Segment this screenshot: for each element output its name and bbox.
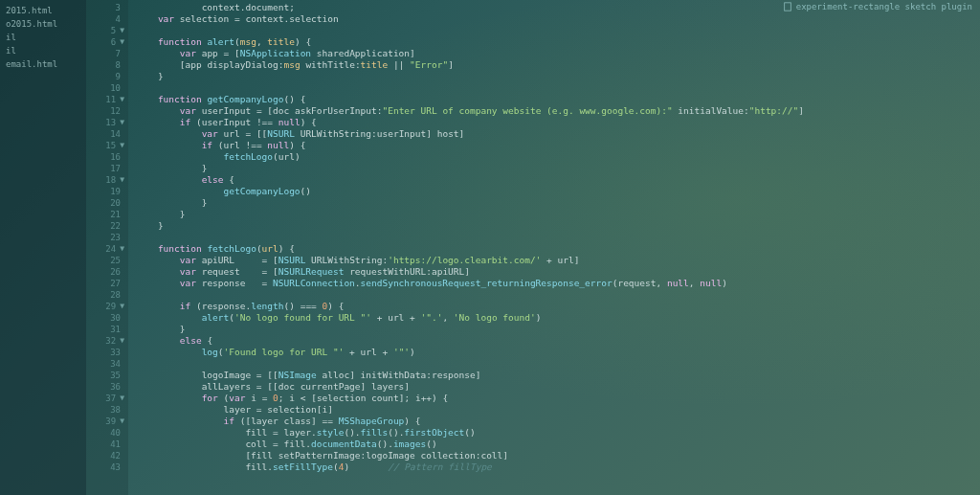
gutter-line[interactable]: 29▼ — [86, 301, 124, 312]
gutter-line[interactable]: 31 — [86, 324, 124, 335]
code-line[interactable]: if (response.length() === 0) { — [136, 301, 980, 312]
code-line[interactable]: } — [136, 197, 980, 209]
fold-arrow-icon[interactable]: ▼ — [120, 36, 124, 48]
gutter-line[interactable]: 22 — [86, 220, 124, 232]
gutter-line[interactable]: 10 — [86, 82, 124, 94]
fold-arrow-icon[interactable]: ▼ — [120, 243, 124, 255]
gutter-line[interactable]: 28 — [86, 289, 124, 301]
code-line[interactable]: var selection = context.selection — [136, 13, 980, 25]
file-sidebar[interactable]: 2015.html o2015.html il il email.html — [0, 0, 86, 495]
code-line[interactable]: fill.setFillType(4) // Pattern fillType — [136, 461, 980, 473]
gutter-line[interactable]: 30 — [86, 312, 124, 324]
gutter-line[interactable]: 17 — [86, 163, 124, 174]
code-line[interactable]: log('Found logo for URL "' + url + '"') — [136, 347, 980, 358]
gutter-line[interactable]: 3 — [86, 2, 124, 13]
code-line[interactable]: var apiURL = [NSURL URLWithString:'https… — [136, 255, 980, 266]
gutter-line[interactable]: 19 — [86, 186, 124, 197]
gutter-line[interactable]: 33 — [86, 347, 124, 358]
code-line[interactable]: } — [136, 71, 980, 82]
code-line[interactable]: else { — [136, 174, 980, 186]
gutter-line[interactable]: 36 — [86, 381, 124, 393]
gutter-line[interactable]: 7 — [86, 48, 124, 59]
gutter-line[interactable]: 9 — [86, 71, 124, 82]
code-line[interactable]: getCompanyLogo() — [136, 186, 980, 197]
code-line[interactable]: var response = NSURLConnection.sendSynch… — [136, 278, 980, 289]
sidebar-file[interactable]: email.html — [6, 57, 80, 71]
code-line[interactable]: [fill setPatternImage:logoImage collecti… — [136, 450, 980, 461]
gutter-line[interactable]: 6▼ — [86, 36, 124, 48]
code-line[interactable]: context.document; — [136, 2, 980, 13]
gutter-line[interactable]: 25 — [86, 255, 124, 266]
gutter-line[interactable]: 8 — [86, 59, 124, 71]
fold-arrow-icon[interactable]: ▼ — [120, 25, 124, 36]
code-line[interactable]: var url = [[NSURL URLWithString:userInpu… — [136, 128, 980, 140]
code-line[interactable]: } — [136, 209, 980, 220]
gutter-line[interactable]: 12 — [86, 105, 124, 117]
gutter-line[interactable]: 11▼ — [86, 94, 124, 105]
code-line[interactable]: if (userInput !== null) { — [136, 117, 980, 128]
code-line[interactable] — [136, 289, 980, 301]
fold-arrow-icon[interactable]: ▼ — [120, 416, 124, 427]
code-line[interactable]: fetchLogo(url) — [136, 151, 980, 163]
gutter-line[interactable]: 38 — [86, 404, 124, 416]
code-line[interactable]: var app = [NSApplication sharedApplicati… — [136, 48, 980, 59]
code-line[interactable]: fill = layer.style().fills().firstObject… — [136, 427, 980, 439]
code-line[interactable] — [136, 358, 980, 370]
gutter-line[interactable]: 32▼ — [86, 335, 124, 347]
gutter-line[interactable]: 21 — [86, 209, 124, 220]
code-line[interactable]: if (url !== null) { — [136, 140, 980, 151]
gutter-line[interactable]: 4 — [86, 13, 124, 25]
code-line[interactable]: var userInput = [doc askForUserInput:"En… — [136, 105, 980, 117]
gutter-line[interactable]: 24▼ — [86, 243, 124, 255]
code-area[interactable]: context.document; var selection = contex… — [128, 0, 980, 495]
gutter-line[interactable]: 42 — [86, 450, 124, 461]
fold-arrow-icon[interactable]: ▼ — [120, 301, 124, 312]
gutter-line[interactable]: 18▼ — [86, 174, 124, 186]
gutter-line[interactable]: 37▼ — [86, 393, 124, 404]
code-line[interactable]: function getCompanyLogo() { — [136, 94, 980, 105]
gutter-line[interactable]: 20 — [86, 197, 124, 209]
code-line[interactable]: coll = fill.documentData().images() — [136, 439, 980, 450]
gutter-line[interactable]: 15▼ — [86, 140, 124, 151]
code-editor[interactable]: 345▼6▼7891011▼1213▼1415▼161718▼192021222… — [86, 0, 980, 495]
gutter-line[interactable]: 13▼ — [86, 117, 124, 128]
code-line[interactable]: function fetchLogo(url) { — [136, 243, 980, 255]
sidebar-file[interactable]: o2015.html — [6, 17, 80, 31]
line-gutter[interactable]: 345▼6▼7891011▼1213▼1415▼161718▼192021222… — [86, 0, 128, 495]
code-line[interactable]: logoImage = [[NSImage alloc] initWithDat… — [136, 370, 980, 381]
sidebar-file[interactable]: 2015.html — [6, 4, 80, 17]
fold-arrow-icon[interactable]: ▼ — [120, 335, 124, 347]
code-line[interactable]: layer = selection[i] — [136, 404, 980, 416]
fold-arrow-icon[interactable]: ▼ — [120, 117, 124, 128]
gutter-line[interactable]: 27 — [86, 278, 124, 289]
gutter-line[interactable]: 34 — [86, 358, 124, 370]
fold-arrow-icon[interactable]: ▼ — [120, 393, 124, 404]
sidebar-file[interactable]: il — [6, 44, 80, 57]
gutter-line[interactable]: 5▼ — [86, 25, 124, 36]
gutter-line[interactable]: 26 — [86, 266, 124, 278]
code-line[interactable]: } — [136, 324, 980, 335]
code-line[interactable]: else { — [136, 335, 980, 347]
sidebar-file[interactable]: il — [6, 31, 80, 44]
code-line[interactable]: if ([layer class] == MSShapeGroup) { — [136, 416, 980, 427]
gutter-line[interactable]: 43 — [86, 461, 124, 473]
gutter-line[interactable]: 23 — [86, 232, 124, 243]
gutter-line[interactable]: 16 — [86, 151, 124, 163]
gutter-line[interactable]: 35 — [86, 370, 124, 381]
fold-arrow-icon[interactable]: ▼ — [120, 94, 124, 105]
code-line[interactable]: var request = [NSURLRequest requestWithU… — [136, 266, 980, 278]
fold-arrow-icon[interactable]: ▼ — [120, 140, 124, 151]
code-line[interactable]: for (var i = 0; i < [selection count]; i… — [136, 393, 980, 404]
code-line[interactable]: allLayers = [[doc currentPage] layers] — [136, 381, 980, 393]
code-line[interactable]: alert('No logo found for URL "' + url + … — [136, 312, 980, 324]
code-line[interactable] — [136, 82, 980, 94]
gutter-line[interactable]: 14 — [86, 128, 124, 140]
fold-arrow-icon[interactable]: ▼ — [120, 174, 124, 186]
gutter-line[interactable]: 39▼ — [86, 416, 124, 427]
code-line[interactable]: function alert(msg, title) { — [136, 36, 980, 48]
code-line[interactable] — [136, 232, 980, 243]
code-line[interactable]: [app displayDialog:msg withTitle:title |… — [136, 59, 980, 71]
code-line[interactable] — [136, 25, 980, 36]
gutter-line[interactable]: 40 — [86, 427, 124, 439]
code-line[interactable]: } — [136, 220, 980, 232]
